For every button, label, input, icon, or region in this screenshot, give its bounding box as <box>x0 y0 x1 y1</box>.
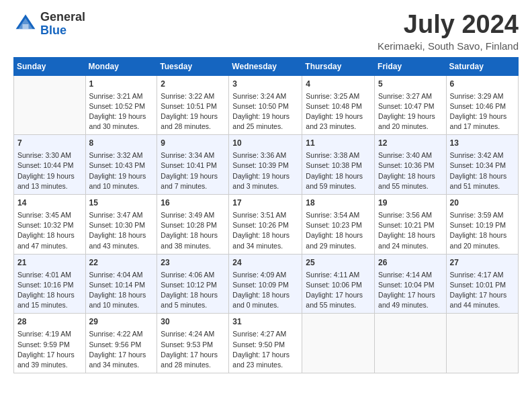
title-section: July 2024 Kerimaeki, South Savo, Finland <box>378 11 519 52</box>
day-number: 9 <box>161 138 225 149</box>
calendar-cell: 17Sunrise: 3:51 AMSunset: 10:26 PMDaylig… <box>229 195 302 255</box>
day-number: 31 <box>232 316 298 328</box>
header: General Blue July 2024 Kerimaeki, South … <box>13 11 519 52</box>
day-number: 25 <box>306 257 371 269</box>
day-info: Sunrise: 4:14 AMSunset: 10:04 PMDaylight… <box>378 270 443 311</box>
day-number: 17 <box>232 197 298 209</box>
day-info: Sunrise: 3:47 AMSunset: 10:30 PMDaylight… <box>89 210 154 251</box>
calendar-cell: 24Sunrise: 4:09 AMSunset: 10:09 PMDaylig… <box>229 254 302 314</box>
day-info: Sunrise: 4:24 AMSunset: 9:53 PMDaylight:… <box>161 329 225 370</box>
calendar-cell: 8Sunrise: 3:32 AMSunset: 10:43 PMDayligh… <box>85 135 157 195</box>
logo-text: General Blue <box>40 11 85 38</box>
calendar-cell: 12Sunrise: 3:40 AMSunset: 10:36 PMDaylig… <box>375 135 447 195</box>
svg-rect-2 <box>23 24 29 29</box>
calendar-cell: 9Sunrise: 3:34 AMSunset: 10:41 PMDayligh… <box>157 135 229 195</box>
calendar-cell: 20Sunrise: 3:59 AMSunset: 10:19 PMDaylig… <box>446 195 518 255</box>
day-number: 14 <box>17 197 82 209</box>
day-info: Sunrise: 3:51 AMSunset: 10:26 PMDaylight… <box>232 210 298 251</box>
day-info: Sunrise: 3:30 AMSunset: 10:44 PMDaylight… <box>17 150 82 191</box>
day-number: 15 <box>89 197 154 209</box>
day-info: Sunrise: 3:25 AMSunset: 10:48 PMDaylight… <box>306 91 371 132</box>
day-number: 20 <box>450 197 515 209</box>
calendar-week-row: 14Sunrise: 3:45 AMSunset: 10:32 PMDaylig… <box>14 195 519 255</box>
weekday-header-tuesday: Tuesday <box>157 57 229 75</box>
weekday-header-sunday: Sunday <box>14 57 86 75</box>
day-info: Sunrise: 3:36 AMSunset: 10:39 PMDaylight… <box>232 150 298 191</box>
calendar-cell: 27Sunrise: 4:17 AMSunset: 10:01 PMDaylig… <box>446 254 518 314</box>
day-number: 29 <box>89 316 154 328</box>
logo-blue: Blue <box>40 24 66 37</box>
day-number: 23 <box>161 257 225 269</box>
calendar-cell: 11Sunrise: 3:38 AMSunset: 10:38 PMDaylig… <box>302 135 375 195</box>
day-info: Sunrise: 4:11 AMSunset: 10:06 PMDaylight… <box>306 270 371 311</box>
calendar-cell: 19Sunrise: 3:56 AMSunset: 10:21 PMDaylig… <box>375 195 447 255</box>
day-number: 26 <box>378 257 443 269</box>
day-number: 27 <box>450 257 515 269</box>
day-info: Sunrise: 3:24 AMSunset: 10:50 PMDaylight… <box>232 91 298 132</box>
day-info: Sunrise: 4:06 AMSunset: 10:12 PMDaylight… <box>161 270 225 311</box>
calendar-cell: 2Sunrise: 3:22 AMSunset: 10:51 PMDayligh… <box>157 75 229 135</box>
day-info: Sunrise: 4:19 AMSunset: 9:59 PMDaylight:… <box>17 329 82 370</box>
day-number: 18 <box>306 197 371 209</box>
calendar-cell <box>446 314 518 373</box>
calendar-cell <box>375 314 447 373</box>
day-number: 4 <box>306 79 371 90</box>
day-info: Sunrise: 3:38 AMSunset: 10:38 PMDaylight… <box>306 150 371 191</box>
calendar-cell: 28Sunrise: 4:19 AMSunset: 9:59 PMDayligh… <box>14 314 86 373</box>
day-number: 7 <box>17 138 82 149</box>
location: Kerimaeki, South Savo, Finland <box>378 40 519 52</box>
calendar-cell: 5Sunrise: 3:27 AMSunset: 10:47 PMDayligh… <box>375 75 447 135</box>
day-info: Sunrise: 3:22 AMSunset: 10:51 PMDaylight… <box>161 91 225 132</box>
day-info: Sunrise: 3:29 AMSunset: 10:46 PMDaylight… <box>450 91 515 132</box>
logo-general: General <box>40 10 85 24</box>
day-info: Sunrise: 4:01 AMSunset: 10:16 PMDaylight… <box>17 270 82 311</box>
calendar-cell: 13Sunrise: 3:42 AMSunset: 10:34 PMDaylig… <box>446 135 518 195</box>
calendar-week-row: 28Sunrise: 4:19 AMSunset: 9:59 PMDayligh… <box>14 314 519 373</box>
calendar-week-row: 21Sunrise: 4:01 AMSunset: 10:16 PMDaylig… <box>14 254 519 314</box>
day-number: 3 <box>232 79 298 90</box>
day-number: 5 <box>378 79 443 90</box>
day-number: 21 <box>17 257 82 269</box>
calendar-cell: 3Sunrise: 3:24 AMSunset: 10:50 PMDayligh… <box>229 75 302 135</box>
day-number: 1 <box>89 79 154 90</box>
calendar-cell <box>302 314 375 373</box>
day-number: 24 <box>232 257 298 269</box>
day-number: 30 <box>161 316 225 328</box>
calendar-cell: 6Sunrise: 3:29 AMSunset: 10:46 PMDayligh… <box>446 75 518 135</box>
day-info: Sunrise: 3:56 AMSunset: 10:21 PMDaylight… <box>378 210 443 251</box>
calendar-cell: 1Sunrise: 3:21 AMSunset: 10:52 PMDayligh… <box>85 75 157 135</box>
calendar-week-row: 1Sunrise: 3:21 AMSunset: 10:52 PMDayligh… <box>14 75 519 135</box>
day-info: Sunrise: 4:27 AMSunset: 9:50 PMDaylight:… <box>232 329 298 370</box>
day-info: Sunrise: 3:42 AMSunset: 10:34 PMDaylight… <box>450 150 515 191</box>
day-info: Sunrise: 3:54 AMSunset: 10:23 PMDaylight… <box>306 210 371 251</box>
logo-icon <box>13 12 38 36</box>
day-number: 2 <box>161 79 225 90</box>
calendar-cell <box>14 75 86 135</box>
weekday-header-saturday: Saturday <box>446 57 518 75</box>
month-title: July 2024 <box>378 11 519 39</box>
calendar-cell: 21Sunrise: 4:01 AMSunset: 10:16 PMDaylig… <box>14 254 86 314</box>
day-info: Sunrise: 3:40 AMSunset: 10:36 PMDaylight… <box>378 150 443 191</box>
calendar-cell: 15Sunrise: 3:47 AMSunset: 10:30 PMDaylig… <box>85 195 157 255</box>
day-info: Sunrise: 3:21 AMSunset: 10:52 PMDaylight… <box>89 91 154 132</box>
day-number: 12 <box>378 138 443 149</box>
calendar-cell: 14Sunrise: 3:45 AMSunset: 10:32 PMDaylig… <box>14 195 86 255</box>
calendar-cell: 10Sunrise: 3:36 AMSunset: 10:39 PMDaylig… <box>229 135 302 195</box>
calendar-table: SundayMondayTuesdayWednesdayThursdayFrid… <box>13 57 519 373</box>
day-info: Sunrise: 3:59 AMSunset: 10:19 PMDaylight… <box>450 210 515 251</box>
day-info: Sunrise: 3:34 AMSunset: 10:41 PMDaylight… <box>161 150 225 191</box>
calendar-cell: 4Sunrise: 3:25 AMSunset: 10:48 PMDayligh… <box>302 75 375 135</box>
weekday-header-wednesday: Wednesday <box>229 57 302 75</box>
calendar-cell: 16Sunrise: 3:49 AMSunset: 10:28 PMDaylig… <box>157 195 229 255</box>
day-info: Sunrise: 3:32 AMSunset: 10:43 PMDaylight… <box>89 150 154 191</box>
day-number: 13 <box>450 138 515 149</box>
calendar-week-row: 7Sunrise: 3:30 AMSunset: 10:44 PMDayligh… <box>14 135 519 195</box>
page: General Blue July 2024 Kerimaeki, South … <box>0 0 532 380</box>
calendar-cell: 22Sunrise: 4:04 AMSunset: 10:14 PMDaylig… <box>85 254 157 314</box>
calendar-cell: 18Sunrise: 3:54 AMSunset: 10:23 PMDaylig… <box>302 195 375 255</box>
calendar-cell: 29Sunrise: 4:22 AMSunset: 9:56 PMDayligh… <box>85 314 157 373</box>
calendar-cell: 7Sunrise: 3:30 AMSunset: 10:44 PMDayligh… <box>14 135 86 195</box>
calendar-cell: 25Sunrise: 4:11 AMSunset: 10:06 PMDaylig… <box>302 254 375 314</box>
day-info: Sunrise: 3:27 AMSunset: 10:47 PMDaylight… <box>378 91 443 132</box>
weekday-header-monday: Monday <box>85 57 157 75</box>
